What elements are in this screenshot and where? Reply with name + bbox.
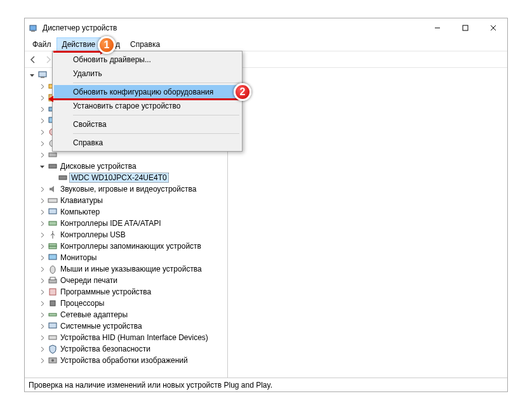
svg-point-34 (51, 359, 54, 362)
expand-icon[interactable] (37, 128, 46, 136)
tree-item[interactable]: Системные устройства (26, 320, 226, 332)
tree-item[interactable]: Устройства обработки изображений (26, 355, 226, 366)
svg-rect-23 (49, 246, 57, 249)
svg-rect-20 (49, 209, 57, 214)
expand-icon[interactable] (37, 196, 46, 205)
expand-icon[interactable] (37, 322, 46, 331)
expand-icon[interactable] (37, 242, 46, 251)
svg-rect-8 (39, 72, 46, 77)
keyboard-icon (48, 195, 58, 206)
expand-icon[interactable] (37, 105, 46, 114)
menu-file[interactable]: Файл (27, 37, 57, 51)
tree-label: Устройства безопасности (59, 345, 152, 353)
svg-point-25 (50, 266, 55, 273)
callout-2: 2 (234, 83, 251, 101)
expand-icon[interactable] (37, 116, 46, 125)
expand-icon[interactable] (37, 150, 46, 159)
expand-icon[interactable] (37, 310, 46, 319)
tree-item[interactable]: Мониторы (26, 252, 226, 263)
tree-item[interactable]: Контроллеры запоминающих устройств (26, 240, 226, 252)
tree-item[interactable]: Контроллеры IDE ATA/ATAPI (26, 218, 226, 229)
tree-item[interactable]: Мыши и иные указывающие устройства (26, 263, 226, 275)
tree-item[interactable]: Устройства безопасности (26, 343, 226, 355)
computer-icon (37, 70, 48, 80)
tree-label: Контроллеры запоминающих устройств (59, 242, 203, 251)
expand-icon[interactable] (37, 185, 46, 194)
menu-help[interactable]: Справка (125, 37, 165, 51)
expand-icon[interactable] (37, 265, 46, 273)
tree-item[interactable]: Устройства HID (Human Interface Devices) (26, 332, 226, 343)
tree-item[interactable]: Сетевые адаптеры (26, 309, 226, 320)
tree-label: Мыши и иные указывающие устройства (59, 265, 203, 273)
tree-item[interactable]: Контроллеры USB (26, 229, 226, 240)
expand-icon[interactable] (37, 356, 46, 365)
expand-icon[interactable] (37, 287, 46, 296)
network-icon (48, 310, 58, 320)
tree-item[interactable]: Программные устройства (26, 286, 226, 298)
svg-rect-31 (49, 323, 57, 328)
minimize-button[interactable] (423, 18, 451, 37)
svg-rect-18 (59, 176, 67, 180)
cpu-icon (48, 298, 58, 308)
tree-label: Устройства HID (Human Interface Devices) (59, 333, 209, 342)
storage-icon (48, 241, 58, 251)
expand-icon[interactable] (37, 207, 46, 216)
expand-icon[interactable] (37, 230, 46, 239)
tree-item[interactable]: Клавиатуры (26, 195, 226, 206)
menu-delete[interactable]: Удалить (54, 67, 241, 81)
svg-rect-16 (49, 153, 57, 157)
expand-icon[interactable] (37, 93, 46, 102)
tree-item-disk[interactable]: WDC WD10JPCX-24UE4T0 (26, 172, 226, 183)
window-controls (423, 18, 507, 37)
menu-help[interactable]: Справка (54, 136, 241, 150)
expand-icon[interactable] (37, 82, 46, 91)
menu-separator (73, 82, 239, 83)
collapse-icon[interactable] (37, 162, 46, 171)
status-text: Проверка на наличие изменений или новых … (29, 381, 272, 390)
printer-icon (48, 275, 58, 286)
expand-icon[interactable] (37, 345, 46, 353)
back-button[interactable] (26, 53, 40, 67)
menu-action[interactable]: Действие (57, 37, 102, 51)
hid-icon (48, 332, 58, 343)
window-title: Диспетчер устройств (43, 23, 423, 32)
security-icon (48, 344, 58, 354)
expand-icon[interactable] (37, 276, 46, 285)
maximize-button[interactable] (451, 18, 479, 37)
tree-label: Мониторы (59, 253, 98, 262)
tree-label: Очереди печати (59, 276, 119, 285)
tree-item[interactable]: Звуковые, игровые и видеоустройства (26, 183, 226, 195)
svg-rect-22 (49, 244, 57, 246)
menu-scan-hardware[interactable]: Обновить конфигурацию оборудования (54, 85, 241, 99)
tree-item[interactable]: Компьютер (26, 206, 226, 218)
expand-icon[interactable] (37, 139, 46, 148)
callout-1: 1 (98, 36, 116, 54)
close-button[interactable] (479, 18, 507, 37)
disk-icon (48, 161, 58, 171)
app-icon (29, 23, 39, 33)
tree-label: WDC WD10JPCX-24UE4T0 (69, 173, 169, 183)
tree-label: Сетевые адаптеры (59, 310, 129, 319)
statusbar: Проверка на наличие изменений или новых … (25, 378, 507, 391)
collapse-icon[interactable] (27, 70, 36, 79)
menu-update-drivers[interactable]: Обновить драйверы... (54, 53, 241, 67)
svg-rect-27 (50, 277, 55, 280)
menu-properties[interactable]: Свойства (54, 117, 241, 131)
expand-icon[interactable] (37, 299, 46, 308)
tree-item[interactable]: Процессоры (26, 298, 226, 309)
svg-rect-17 (49, 164, 57, 168)
svg-rect-0 (30, 25, 36, 30)
tree-label: Системные устройства (59, 322, 143, 331)
titlebar: Диспетчер устройств (25, 18, 507, 37)
tree-item[interactable]: Очереди печати (26, 275, 226, 286)
svg-rect-32 (49, 336, 57, 339)
expand-icon[interactable] (37, 253, 46, 262)
menu-add-legacy[interactable]: Установить старое устройство (54, 99, 241, 113)
details-pane (228, 68, 507, 378)
expand-icon[interactable] (37, 219, 46, 228)
expand-icon[interactable] (37, 333, 46, 342)
menu-separator (73, 133, 239, 134)
svg-rect-9 (41, 77, 44, 78)
tree-item-disk-drives[interactable]: Дисковые устройства (26, 161, 226, 172)
annotation-line (53, 51, 102, 53)
